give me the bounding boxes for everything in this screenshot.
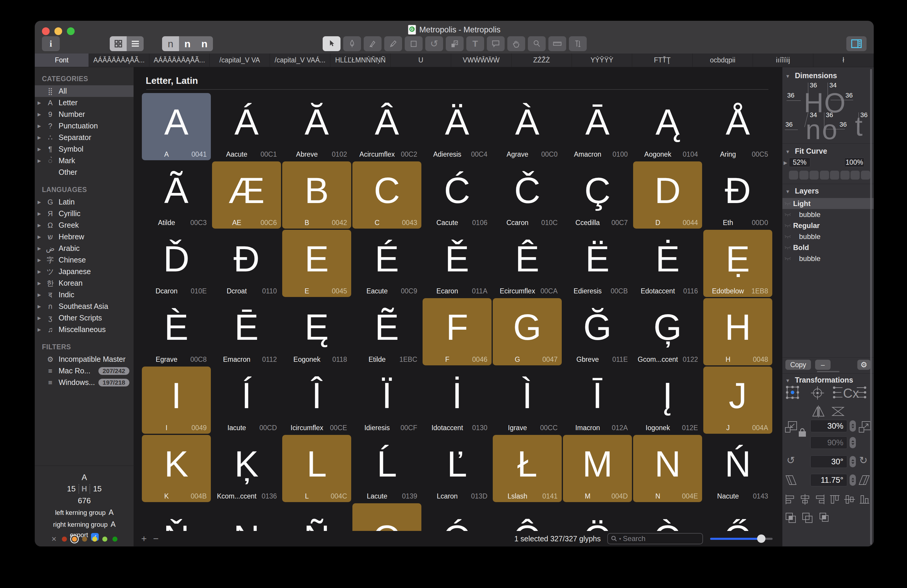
align-bottom-icon[interactable] bbox=[859, 493, 870, 505]
glyph-cell-idieresis[interactable]: ÏIdieresis00CF bbox=[353, 367, 421, 434]
tab-glyph-run-4[interactable]: /capital_V VAÁ... bbox=[270, 53, 330, 67]
fitcurve-step-button[interactable] bbox=[861, 171, 870, 179]
layer-visibility-eye-icon[interactable] bbox=[784, 232, 792, 241]
flip-vertical-icon[interactable] bbox=[830, 405, 845, 418]
fitcurve-step-button[interactable] bbox=[789, 171, 798, 179]
tab-glyph-run-8[interactable]: ZŹŽŻ bbox=[511, 53, 572, 67]
disclosure-triangle-icon[interactable]: ▶ bbox=[35, 316, 44, 321]
glyph-width-value[interactable]: 676 bbox=[35, 496, 134, 505]
glyph-cell-idotaccent[interactable]: İIdotaccent0130 bbox=[423, 367, 492, 434]
sidebar-language-cyrillic[interactable]: ▶ЯCyrillic bbox=[35, 208, 133, 219]
weight-bold-button[interactable]: n bbox=[196, 36, 213, 51]
glyph-cell-etilde[interactable]: ẼEtilde1EBC bbox=[353, 298, 421, 365]
glyph-cell-b[interactable]: BB0042 bbox=[282, 162, 351, 229]
rotate-field[interactable]: 30° bbox=[810, 455, 847, 468]
tab-glyph-run-1[interactable]: AÁĂÂÄÀĀĄÅÃ... bbox=[89, 53, 149, 67]
glyph-cell-gbreve[interactable]: ĞGbreve011E bbox=[563, 298, 632, 365]
transform-origin-target-icon[interactable] bbox=[809, 385, 826, 401]
left-kerning-value[interactable]: A bbox=[109, 508, 114, 516]
disclosure-triangle-icon[interactable]: ▶ bbox=[35, 246, 44, 251]
align-left-icon[interactable] bbox=[784, 493, 796, 505]
sidebar-category-letter[interactable]: ▶ALetter bbox=[35, 97, 133, 109]
layer-row-bubble-5[interactable]: bubble bbox=[782, 253, 874, 264]
no-color-icon[interactable]: ✕ bbox=[51, 537, 56, 542]
glyph-cell-emacron[interactable]: ĒEmacron0112 bbox=[212, 298, 281, 365]
layer-row-regular-2[interactable]: Regular bbox=[782, 220, 874, 231]
glyph-cell-aring[interactable]: ÅAring00C5 bbox=[703, 93, 772, 160]
scale-tool-icon[interactable] bbox=[446, 36, 464, 51]
glyph-cell-nacute[interactable]: ŃNacute0143 bbox=[703, 435, 772, 502]
glyph-cell-igrave[interactable]: ÌIgrave00CC bbox=[493, 367, 562, 434]
glyph-cell-m[interactable]: MM004D bbox=[563, 435, 632, 502]
fitcurve-step-button[interactable] bbox=[851, 171, 860, 179]
disclosure-triangle-icon[interactable]: ▶ bbox=[35, 280, 44, 286]
hand-tool-icon[interactable] bbox=[507, 36, 525, 51]
scale-x-field[interactable]: 30% bbox=[810, 420, 847, 432]
layer-visibility-eye-icon[interactable] bbox=[784, 255, 792, 263]
boolean-union-icon[interactable] bbox=[784, 511, 797, 524]
glyph-cell-e[interactable]: EE0045 bbox=[282, 230, 351, 297]
weight-light-button[interactable]: n bbox=[162, 36, 179, 51]
glyph-cell-h[interactable]: HH0048 bbox=[703, 298, 772, 365]
fitcurve-step-button[interactable] bbox=[820, 171, 829, 179]
disclosure-triangle-icon[interactable]: ▶ bbox=[35, 258, 44, 263]
fitcurve-step-button[interactable] bbox=[840, 171, 849, 179]
glyph-cell-l[interactable]: LL004C bbox=[282, 435, 351, 502]
glyph-cell-dcaron[interactable]: ĎDcaron010E bbox=[142, 230, 211, 297]
tab-glyph-run-13[interactable]: ł bbox=[813, 53, 874, 67]
knife-tool-icon[interactable] bbox=[364, 36, 381, 51]
minimize-button[interactable] bbox=[54, 27, 62, 35]
glyph-cell-acircumflex[interactable]: ÂAcircumflex00C2 bbox=[353, 93, 421, 160]
list-view-icon[interactable] bbox=[127, 36, 144, 51]
glyph-cell-cacute[interactable]: ĆCacute0106 bbox=[423, 162, 492, 229]
disclosure-triangle-icon[interactable]: ▶ bbox=[35, 292, 44, 298]
disclosure-triangle-icon[interactable]: ▶ bbox=[35, 135, 44, 140]
layer-visibility-eye-icon[interactable] bbox=[784, 210, 792, 219]
glyph-cell-eth[interactable]: ÐEth00D0 bbox=[703, 162, 772, 229]
view-mode-segmented[interactable] bbox=[110, 36, 144, 51]
glyph-cell-n[interactable]: NN004E bbox=[633, 435, 702, 502]
slider-knob[interactable] bbox=[757, 535, 766, 543]
disclosure-triangle-icon[interactable]: ▶ bbox=[35, 123, 44, 129]
scale-down-icon[interactable] bbox=[784, 420, 798, 434]
glyph-cell-lslash[interactable]: ŁLslash0141 bbox=[493, 435, 562, 502]
glyph-cell-edieresis[interactable]: ËEdieresis00CB bbox=[563, 230, 632, 297]
disclosure-triangle-icon[interactable]: ▶ bbox=[35, 100, 44, 106]
disclosure-triangle-icon[interactable]: ▶ bbox=[35, 269, 44, 274]
fitcurve-step-button[interactable] bbox=[800, 171, 809, 179]
layer-visibility-eye-icon[interactable] bbox=[784, 244, 792, 252]
scale-y-stepper[interactable] bbox=[849, 437, 856, 448]
glyph-cell-atilde[interactable]: ÃAtilde00C3 bbox=[142, 162, 211, 229]
grid-view-icon[interactable] bbox=[110, 36, 127, 51]
sidebar-filter-windows-[interactable]: ≡Windows...197/218 bbox=[35, 377, 133, 388]
glyph-cell-ecaron[interactable]: ĚEcaron011A bbox=[423, 230, 492, 297]
right-sidebearing-value[interactable]: 15 bbox=[93, 484, 102, 493]
glyph-cell-iacute[interactable]: ÍIacute00CD bbox=[212, 367, 281, 434]
sidebar-category-number[interactable]: ▶9Number bbox=[35, 109, 133, 120]
glyph-cell-egrave[interactable]: ÈEgrave00C8 bbox=[142, 298, 211, 365]
rotate-ccw-icon[interactable]: ↺ bbox=[787, 454, 795, 466]
glyph-cell-g[interactable]: GG0047 bbox=[493, 298, 562, 365]
glyph-cell-adieresis[interactable]: ÄAdieresis00C4 bbox=[423, 93, 492, 160]
scale-y-field[interactable]: 90% bbox=[810, 436, 847, 449]
sidebar-language-korean[interactable]: ▶한Korean bbox=[35, 277, 133, 289]
sidebar-category-punctuation[interactable]: ▶?Punctuation bbox=[35, 120, 133, 132]
layer-visibility-eye-icon[interactable] bbox=[784, 199, 792, 208]
tab-glyph-run-2[interactable]: AÁĂÂÄÀĀĄÅÃ... bbox=[149, 53, 210, 67]
rotate-cw-icon[interactable]: ↻ bbox=[859, 454, 868, 466]
layer-row-bold-4[interactable]: Bold bbox=[782, 242, 874, 253]
right-kerning-value[interactable]: A bbox=[111, 520, 116, 528]
sidebar-filter-mac-ro-[interactable]: ≡Mac Ro...207/242 bbox=[35, 365, 133, 377]
disclosure-triangle-icon[interactable]: ▶ bbox=[35, 211, 44, 216]
glyph-cell-edotbelow[interactable]: ẸEdotbelow1EB8 bbox=[703, 230, 772, 297]
disclosure-triangle-icon[interactable]: ▶ bbox=[35, 112, 44, 117]
glyph-cell-abreve[interactable]: ĂAbreve0102 bbox=[282, 93, 351, 160]
tab-font[interactable]: Font bbox=[35, 53, 89, 67]
color-label-dot[interactable] bbox=[62, 537, 67, 542]
tab-glyph-run-9[interactable]: YÝŶŸỲ bbox=[572, 53, 632, 67]
slant-stepper[interactable] bbox=[849, 474, 856, 486]
sidebar-toggle-button[interactable] bbox=[846, 36, 867, 51]
sidebar-filter-incompatible-master[interactable]: ⚙Incompatible Master bbox=[35, 354, 133, 365]
fitcurve-disclosure[interactable]: ▼ bbox=[785, 149, 790, 155]
layer-row-light-0[interactable]: Light bbox=[782, 198, 874, 209]
